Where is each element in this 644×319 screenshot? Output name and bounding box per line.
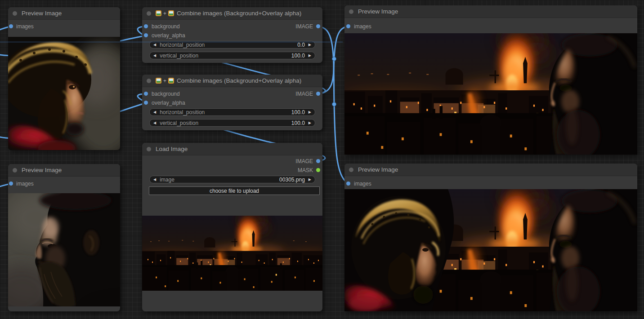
input-slot-images[interactable]: images — [8, 23, 120, 30]
next-arrow-icon[interactable]: ▶ — [305, 176, 315, 183]
collapse-dot-icon[interactable] — [349, 168, 353, 172]
node-title: Combine images (Background+Overlay alpha… — [177, 77, 301, 84]
widget-image-file[interactable]: ◀ image 00305.png ▶ — [149, 176, 315, 183]
widget-label: vertical_position — [160, 53, 198, 59]
output-dot-mask[interactable] — [316, 168, 320, 172]
node-titlebar[interactable]: + Combine images (Background+Overlay alp… — [142, 7, 322, 20]
widget-value[interactable]: 100.0 — [291, 53, 305, 59]
input-dot[interactable] — [9, 182, 13, 186]
decrement-arrow-icon[interactable]: ◀ — [150, 108, 160, 116]
decrement-arrow-icon[interactable]: ◀ — [150, 41, 160, 49]
output-dot[interactable] — [316, 92, 320, 96]
increment-arrow-icon[interactable]: ▶ — [305, 108, 315, 116]
slot-label: images — [354, 23, 371, 30]
previous-arrow-icon[interactable]: ◀ — [150, 176, 160, 183]
node-combine-images-top[interactable]: + Combine images (Background+Overlay alp… — [142, 7, 322, 63]
node-title: Preview Image — [358, 166, 398, 173]
collapse-dot-icon[interactable] — [13, 11, 17, 16]
slot-label: overlay_alpha — [152, 32, 185, 39]
slot-label: overlay_alpha — [152, 99, 185, 106]
widget-label: vertical_position — [160, 120, 198, 126]
widget-vertical-position[interactable]: ◀ vertical_position 100.0 ▶ — [149, 52, 315, 59]
link-midpoint-dot — [332, 57, 336, 61]
preview-image-roman-soldier — [8, 37, 120, 150]
widget-horizontal-position[interactable]: ◀ horizontal_position 0.0 ▶ — [149, 41, 315, 49]
node-titlebar[interactable]: Load Image — [142, 143, 322, 155]
node-title: Preview Image — [358, 8, 398, 15]
node-preview-image-top-right[interactable]: Preview Image images — [344, 5, 637, 155]
picture-icon — [168, 78, 174, 84]
input-slot-images[interactable]: images — [344, 180, 637, 187]
slot-label: IMAGE — [295, 158, 313, 165]
slot-label: images — [354, 180, 371, 187]
link-combine-top-to-preview-bottom-right — [318, 27, 349, 183]
preview-image-soldier-city-man — [344, 189, 637, 311]
widget-value[interactable]: 100.0 — [291, 120, 305, 126]
output-slot-image[interactable]: IMAGE — [142, 90, 322, 97]
widget-value[interactable]: 00305.png — [279, 177, 305, 183]
collapse-dot-icon[interactable] — [147, 79, 151, 83]
increment-arrow-icon[interactable]: ▶ — [305, 52, 315, 59]
input-slot-images[interactable]: images — [344, 23, 637, 30]
output-slot-mask[interactable]: MASK — [142, 167, 322, 174]
node-titlebar[interactable]: Preview Image — [8, 164, 120, 177]
plus-separator: + — [163, 10, 166, 17]
picture-icon — [156, 78, 161, 84]
loaded-image-burning-city — [142, 216, 322, 291]
input-dot[interactable] — [346, 182, 350, 186]
input-dot[interactable] — [9, 24, 13, 28]
plus-separator: + — [163, 78, 166, 84]
node-preview-image-bottom-left[interactable]: Preview Image images — [8, 164, 120, 311]
picture-icon — [168, 10, 174, 16]
output-slot-image[interactable]: IMAGE — [142, 158, 322, 165]
collapse-dot-icon[interactable] — [147, 11, 151, 16]
widget-label: image — [160, 177, 174, 183]
node-title: Combine images (Background+Overlay alpha… — [177, 10, 301, 17]
collapse-dot-icon[interactable] — [13, 168, 17, 173]
input-dot[interactable] — [346, 24, 350, 28]
decrement-arrow-icon[interactable]: ◀ — [150, 52, 160, 59]
slot-label: IMAGE — [295, 23, 313, 30]
node-preview-image-bottom-right[interactable]: Preview Image images — [344, 164, 637, 311]
slot-label: images — [16, 180, 34, 187]
collapse-dot-icon[interactable] — [349, 9, 353, 14]
input-slot-overlay-alpha[interactable]: overlay_alpha — [142, 32, 322, 39]
input-slot-images[interactable]: images — [8, 180, 120, 187]
link-midpoint-dot — [332, 102, 336, 106]
picture-icon — [156, 10, 161, 16]
widget-label: horizontal_position — [160, 109, 205, 115]
node-graph-canvas[interactable]: { "canvas": { "background": "#1d1d1d", "… — [0, 0, 644, 319]
input-slot-overlay-alpha[interactable]: overlay_alpha — [142, 99, 322, 106]
widget-horizontal-position[interactable]: ◀ horizontal_position 100.0 ▶ — [149, 108, 315, 116]
widget-value[interactable]: 0.0 — [297, 42, 305, 48]
input-dot[interactable] — [144, 101, 148, 105]
node-preview-image-top-left[interactable]: Preview Image images — [8, 7, 120, 150]
widget-vertical-position[interactable]: ◀ vertical_position 100.0 ▶ — [149, 119, 315, 127]
slot-label: MASK — [298, 167, 313, 174]
node-titlebar[interactable]: + Combine images (Background+Overlay alp… — [142, 75, 322, 87]
collapse-dot-icon[interactable] — [147, 147, 151, 151]
node-title: Load Image — [156, 146, 188, 152]
increment-arrow-icon[interactable]: ▶ — [305, 119, 315, 127]
node-title: Preview Image — [22, 10, 62, 17]
output-slot-image[interactable]: IMAGE — [142, 23, 322, 30]
input-dot[interactable] — [144, 33, 148, 37]
node-title: Preview Image — [22, 167, 62, 173]
widget-label: horizontal_position — [160, 42, 205, 48]
increment-arrow-icon[interactable]: ▶ — [305, 41, 315, 49]
preview-image-bearded-man — [8, 193, 120, 306]
node-combine-images-middle[interactable]: + Combine images (Background+Overlay alp… — [142, 75, 322, 130]
output-dot[interactable] — [316, 159, 320, 163]
slot-label: images — [16, 23, 34, 30]
node-titlebar[interactable]: Preview Image — [344, 5, 637, 18]
choose-file-button[interactable]: choose file to upload — [149, 186, 320, 195]
slot-label: IMAGE — [295, 90, 313, 97]
decrement-arrow-icon[interactable]: ◀ — [150, 119, 160, 127]
output-dot[interactable] — [316, 24, 320, 28]
node-titlebar[interactable]: Preview Image — [8, 7, 120, 20]
widget-value[interactable]: 100.0 — [291, 109, 305, 115]
preview-image-city-and-man — [344, 33, 637, 155]
node-titlebar[interactable]: Preview Image — [344, 164, 637, 176]
node-load-image[interactable]: Load Image IMAGE MASK ◀ image 00305.png … — [142, 143, 322, 311]
